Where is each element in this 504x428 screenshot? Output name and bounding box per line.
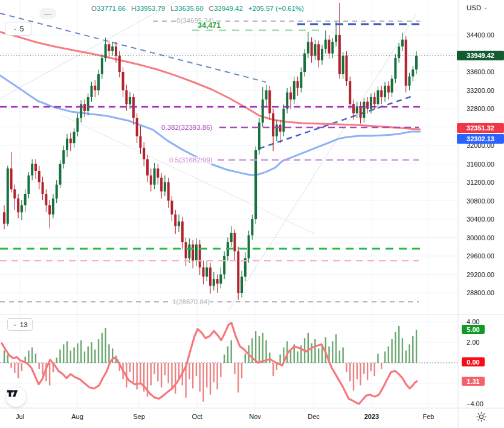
time-axis-label: Nov	[242, 413, 268, 420]
indicator-badge: 5.00	[462, 325, 485, 334]
ohlc-legend: O33771.66 H33953.79 L33635.60 C33949.42 …	[91, 5, 304, 12]
price-axis-label: 30000.00	[467, 234, 494, 241]
tradingview-logo[interactable]	[6, 387, 26, 407]
open-value: 33771.66	[97, 5, 126, 12]
price-axis-label: 29600.00	[467, 252, 494, 260]
level-label: 1(28670.84)	[172, 298, 210, 305]
high-label: H	[131, 5, 136, 12]
price-axis-label: 32800.00	[467, 105, 494, 112]
oscillator-collapse-button[interactable]: ⌄ 13	[7, 318, 33, 331]
price-axis-label: 31600.00	[467, 161, 494, 168]
time-axis-label: Oct	[184, 413, 210, 420]
trading-chart-window: 0(34695.34)34,4710.382(32393.86)0.5(3168…	[0, 0, 504, 428]
time-axis-label: Dec	[300, 413, 327, 420]
time-axis-label: Feb	[415, 413, 442, 420]
price-axis-label: 28800.00	[467, 289, 494, 296]
time-axis-label: Jul	[7, 413, 33, 420]
chart-canvas[interactable]: 0(34695.34)34,4710.382(32393.86)0.5(3168…	[0, 0, 504, 428]
time-axis-label: Sep	[126, 413, 152, 420]
price-badge: 32302.13	[457, 134, 504, 144]
candlestick-series	[3, 3, 418, 300]
low-value: 33635.60	[175, 5, 204, 12]
minus-icon: —	[44, 10, 51, 18]
gear-icon	[476, 412, 486, 422]
currency-label: USD	[467, 4, 481, 11]
indicator-axis-label: 2.00	[467, 339, 479, 346]
level-label: 0.5(31682.99)	[169, 156, 213, 164]
main-indicators-collapse-button[interactable]: ⌄ 5	[5, 22, 31, 36]
main-indicators-count: 5	[20, 25, 24, 33]
time-axis-label: Aug	[64, 413, 91, 420]
chevron-down-icon: ⌄	[12, 25, 17, 31]
collapse-legend-button[interactable]: —	[39, 8, 56, 19]
price-axis-label: 30400.00	[467, 216, 494, 223]
close-value: 33949.42	[214, 5, 243, 12]
indicator-axis-label: −4.00	[467, 400, 483, 407]
change-value: +205.57 (+0.61%)	[248, 5, 304, 12]
time-axis-label: 2023	[358, 413, 385, 420]
price-axis-label: 29200.00	[467, 271, 494, 278]
currency-selector[interactable]: USD ⌄	[467, 4, 488, 11]
chevron-down-icon: ⌄	[12, 321, 17, 327]
level-label: 34,471	[198, 21, 221, 30]
open-label: O	[91, 5, 97, 12]
gridlines	[0, 0, 458, 408]
level-label: 0.382(32393.86)	[161, 124, 213, 131]
indicator-badge: 1.31	[462, 377, 485, 386]
oscillator-line[interactable]	[2, 323, 417, 404]
price-axis-label: 31200.00	[467, 179, 494, 186]
tradingview-logo-icon	[6, 387, 19, 400]
price-axis-label: 33600.00	[467, 68, 494, 75]
close-label: C	[209, 5, 214, 12]
indicator-badge: 0.00	[462, 357, 485, 366]
oscillator-indicators-count: 13	[20, 321, 28, 328]
oscillator-histogram	[4, 326, 417, 402]
price-badge: 33949.42	[457, 51, 504, 60]
high-value: 33953.79	[136, 5, 165, 12]
timezone-settings-button[interactable]	[476, 412, 486, 422]
price-axis-label: 34400.00	[467, 31, 494, 39]
chevron-down-icon: ⌄	[483, 4, 488, 10]
price-axis-label: 30800.00	[467, 197, 494, 205]
price-axis-label: 33200.00	[467, 87, 494, 94]
price-badge: 32351.32	[457, 123, 504, 133]
